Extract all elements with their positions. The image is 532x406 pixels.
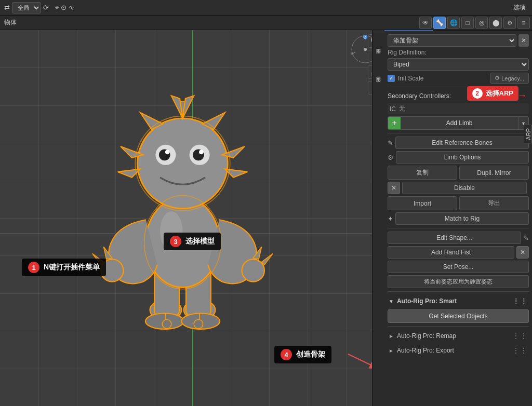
init-scale-row: ✓ Init Scale ⚙ Legacy... [388,73,529,84]
edit-ref-bones-row: ✎ Edit Reference Bones [388,137,529,149]
mat-icon-btn[interactable]: ⬤ [489,17,502,29]
annotation-3: 3 选择模型 [164,233,221,250]
add-limb-row: + Add Limb ▾ [388,116,529,130]
eye-icon-btn[interactable]: 👁 [419,17,432,29]
proportional-icon: ⊙ [61,4,66,11]
add-limb-plus-btn[interactable]: + [388,117,401,129]
svg-point-26 [165,150,170,155]
disable-btn[interactable]: Disable [402,182,527,194]
init-scale-checkbox[interactable]: ✓ [388,75,395,82]
close-dropdown-btn[interactable]: ✕ [518,34,529,47]
edit-shape-row: Edit Shape... ✎ [388,232,529,244]
remap-section-triangle: ► [389,333,394,339]
apply-rest-pose-btn[interactable]: 将当前姿态应用为静置姿态 [388,275,529,288]
smart-section-dots: ⋮⋮ [512,297,528,305]
strip-btn-1[interactable]: 图层 [374,32,383,58]
divider-3 [388,228,529,228]
divider-5 [388,326,529,327]
auto-rig-export-section[interactable]: ► Auto-Rig Pro: Export ⋮⋮ [388,344,529,357]
svg-point-10 [242,260,264,282]
rig-def-select[interactable]: Biped [388,58,529,71]
annotation-num-4: 4 [281,349,292,360]
secondary-controllers-row: Secondary Controllers: 2 选择ARP → [388,90,529,101]
arp-tab[interactable]: ARP [524,125,532,144]
edit-shape-icon: ✎ [523,234,529,242]
x-disable-btn[interactable]: ✕ [388,182,400,194]
annotation-text-3: 选择模型 [185,237,215,246]
top-toolbar: ⇄ 全局 ⟳ ⌖ ⊙ ∿ 选项 [0,0,532,16]
limb-opts-icon: ⚙ [388,154,394,161]
svg-point-4 [145,314,184,329]
divider-4 [388,291,529,292]
annotation-text-2: 选择ARP [486,89,513,98]
export-section-triangle: ► [389,348,394,354]
ic-label: IC [390,105,396,113]
annotation-num-2: 2 [472,88,483,99]
copy-btn[interactable]: 复制 [388,166,457,180]
viewport-3d: 🔍 ✋ 🎥 ▦ Z X 1 N键打开插件菜单 [0,30,384,406]
scene-icon-btn[interactable]: □ [461,17,474,29]
export-btn[interactable]: 导出 [459,196,529,210]
auto-rig-remap-section[interactable]: ► Auto-Rig Pro: Remap ⋮⋮ [388,330,529,342]
svg-marker-16 [171,96,183,118]
secondary-ctrl-label: Secondary Controllers: [388,92,451,100]
add-hand-fist-btn[interactable]: Add Hand Fist [388,246,514,259]
viewport-mode-label: 物体 [4,18,17,27]
toolbar-left: ⇄ 全局 ⟳ ⌖ ⊙ ∿ [4,2,74,13]
legacy-btn[interactable]: ⚙ Legacy... [490,73,529,84]
set-pose-btn[interactable]: Set Pose... [388,261,529,273]
panel-icon-row: 👁 🦴 🌐 □ ◎ ⬤ ⚙ ≡ [384,16,532,30]
match-icon: ✦ [388,215,393,223]
svg-text:Z: Z [364,35,367,39]
auto-rig-export-label: Auto-Rig Pro: Export [397,347,454,354]
auto-rig-smart-section[interactable]: ▼ Auto-Rig Pro: Smart ⋮⋮ [388,295,529,307]
get-selected-objects-btn[interactable]: Get Selected Objects [388,309,529,323]
import-btn[interactable]: Import [388,196,457,210]
arrow-icon: → [517,90,527,101]
hand-fist-x-btn[interactable]: ✕ [516,246,529,259]
strip-btn-2[interactable]: 图层 [374,63,383,84]
edit-shape-btn[interactable]: Edit Shape... [388,232,521,244]
more-icon-btn[interactable]: ≡ [517,17,530,29]
limb-options-btn[interactable]: Limb Options [396,151,529,164]
settings-icon-btn[interactable]: ⚙ [503,17,516,29]
right-panel: Rig 蒙皮 杂项 添加骨架 ✕ Rig Definition: Biped ✓… [384,16,532,406]
svg-point-46 [364,48,367,51]
annotation-num-1: 1 [28,262,39,273]
copy-dupli-row: 复制 Dupli. Mirror [388,166,529,180]
world-icon-btn[interactable]: 🌐 [447,17,460,29]
edit-reference-bones-btn[interactable]: Edit Reference Bones [395,137,529,149]
viewport-header: 物体 [0,16,384,30]
gear-legacy-icon: ⚙ [495,75,500,82]
add-armature-dropdown[interactable]: 添加骨架 [388,34,516,47]
match-to-rig-row: ✦ Match to Rig [388,212,529,225]
svg-point-45 [351,52,354,55]
transform-select[interactable]: 全局 [12,2,41,13]
rig-def-value-row: Biped [388,58,529,71]
svg-point-5 [181,314,220,329]
dupli-mirror-btn[interactable]: Dupli. Mirror [459,166,529,180]
character-model [58,67,308,349]
export-section-dots: ⋮⋮ [512,346,528,355]
auto-rig-remap-label: Auto-Rig Pro: Remap [397,332,456,340]
import-export-row: Import 导出 [388,196,529,210]
svg-marker-17 [183,96,194,118]
pivot-icon: ⟳ [43,4,49,11]
annotation-text-4: 创造骨架 [296,350,325,359]
add-armature-row: 添加骨架 ✕ [388,34,529,47]
options-label: 选项 [513,3,526,12]
ic-row: IC 无 [388,103,529,114]
annotation-4: 4 创造骨架 [274,346,331,363]
annotation-1: 1 N键打开插件菜单 [22,259,106,276]
auto-rig-smart-label: Auto-Rig Pro: Smart [397,297,457,305]
add-limb-label: Add Limb [401,119,518,127]
remap-section-dots: ⋮⋮ [512,332,528,340]
smart-section-triangle: ▼ [389,299,394,304]
render-icon-btn[interactable]: ◎ [475,17,488,29]
rig-icon-btn[interactable]: 🦴 [433,17,446,29]
svg-point-14 [138,118,228,209]
panel-content: 添加骨架 ✕ Rig Definition: Biped ✓ Init Scal… [384,31,532,406]
transform-icon: ⇄ [4,4,10,11]
match-to-rig-btn[interactable]: Match to Rig [395,212,529,225]
wu-label: 无 [399,104,405,113]
